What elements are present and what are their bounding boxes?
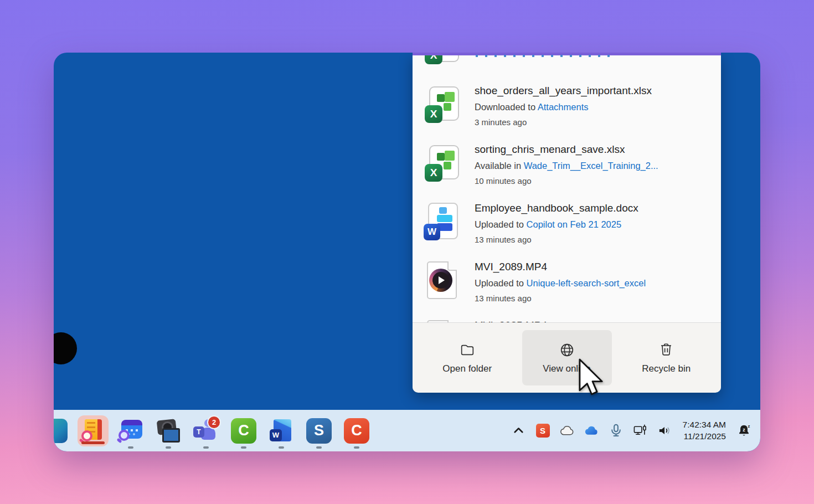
taskbar-teal-partial-app[interactable] — [54, 410, 74, 451]
svg-text:z: z — [743, 427, 745, 433]
svg-text:z: z — [748, 424, 750, 429]
globe-icon — [559, 342, 575, 358]
file-timestamp: 10 minutes ago — [475, 174, 715, 188]
recycle-bin-button[interactable]: Recycle bin — [621, 330, 711, 385]
taskbar: T2CWSC S 7:42:34 AM 11/21/2025 zz — [54, 410, 760, 451]
window-search-app-icon — [118, 418, 143, 444]
snagit-app-icon: S — [306, 418, 332, 444]
running-indicator — [128, 446, 133, 449]
clock-time: 7:42:34 AM — [683, 419, 726, 431]
file-activity-item[interactable]: MVI_2089.MP4 Uploaded to Unique-left-sea… — [413, 254, 721, 312]
file-name: MVI_2085.MP4 — [475, 318, 715, 322]
flyout-action-label: Recycle bin — [642, 363, 691, 374]
clock-date: 11/21/2025 — [683, 431, 726, 443]
file-timestamp: 13 minutes ago — [475, 233, 715, 247]
word-file-icon: W — [421, 203, 461, 241]
file-name: Employee_handbook_sample.docx — [475, 200, 715, 216]
folder-icon — [459, 342, 476, 358]
chevron-up-icon[interactable] — [511, 423, 526, 438]
file-activity-item[interactable]: MVI_2085.MP4 — [413, 312, 721, 322]
onedrive-cloud-icon[interactable] — [584, 423, 599, 438]
taskbar-snagit-app[interactable]: S — [300, 410, 338, 451]
file-activity-item[interactable]: X 3 minutes ago — [413, 55, 721, 78]
display-device-icon[interactable] — [633, 423, 648, 438]
file-action-line: Uploaded to Copilot on Feb 21 2025 — [475, 216, 715, 233]
taskbar-teams-app[interactable]: T2 — [187, 410, 225, 451]
file-activity-item[interactable]: X shoe_orders_all_years_important.xlsx D… — [413, 78, 721, 136]
file-activity-item[interactable]: W Employee_handbook_sample.docx Uploaded… — [413, 195, 721, 254]
file-action-line: Downloaded to Attachments — [475, 99, 715, 115]
volume-icon[interactable] — [657, 423, 672, 438]
mouse-cursor — [578, 358, 606, 399]
file-location-link[interactable]: Attachments — [538, 102, 589, 112]
partial-circle-overlay — [54, 332, 77, 364]
onedrive-activity-flyout: X 3 minutes ago X shoe_orders_all_years_… — [413, 53, 721, 392]
notification-badge: 2 — [207, 415, 221, 429]
teal-partial-app-icon — [54, 419, 68, 443]
file-timestamp: 13 minutes ago — [475, 291, 715, 306]
running-indicator — [203, 446, 209, 449]
taskbar-camtasia-red-app[interactable]: C — [338, 410, 375, 451]
camtasia-red-app-icon: C — [344, 418, 369, 444]
file-location-link[interactable]: Unique-left-search-sort_excel — [527, 278, 646, 288]
camtasia-green-app-icon: C — [231, 418, 256, 444]
running-indicator — [354, 446, 359, 449]
cloud-outline-icon[interactable] — [560, 423, 575, 438]
flyout-action-label: Open folder — [442, 363, 492, 374]
system-tray: S 7:42:34 AM 11/21/2025 zz — [511, 410, 751, 451]
file-location-link[interactable]: Wade_Trim__Excel_Training_2... — [524, 161, 658, 171]
file-location-link[interactable]: Copilot on Feb 21 2025 — [527, 219, 622, 229]
taskbar-app-icons: T2CWSC — [54, 410, 375, 451]
excel-file-icon: X — [421, 144, 461, 183]
taskbar-camera-app[interactable] — [150, 410, 187, 451]
taskbar-word-app[interactable]: W — [262, 410, 300, 451]
file-activity-item[interactable]: X sorting_chris_menard_save.xlsx Availab… — [413, 136, 721, 195]
file-action-line: Uploaded to Unique-left-search-sort_exce… — [475, 275, 715, 291]
taskbar-window-search-app[interactable] — [112, 410, 150, 451]
screenshot-frame: X 3 minutes ago X shoe_orders_all_years_… — [54, 53, 760, 451]
file-timestamp: 3 minutes ago — [475, 115, 715, 130]
open-folder-button[interactable]: Open folder — [423, 330, 512, 385]
flyout-action-bar: Open folder View online Recycle bin — [413, 322, 721, 393]
file-name: shoe_orders_all_years_important.xlsx — [475, 83, 715, 99]
microphone-icon[interactable] — [609, 423, 624, 438]
document-search-app-icon — [78, 415, 109, 446]
file-name: sorting_chris_menard_save.xlsx — [475, 142, 715, 157]
snagit-tray-icon[interactable]: S — [535, 423, 550, 438]
excel-file-icon: X — [421, 55, 461, 65]
file-name: MVI_2089.MP4 — [475, 259, 715, 275]
file-activity-list: X 3 minutes ago X shoe_orders_all_years_… — [413, 55, 721, 322]
clock[interactable]: 7:42:34 AM 11/21/2025 — [682, 419, 727, 443]
word-app-icon: W — [269, 418, 294, 444]
taskbar-camtasia-green-app[interactable]: C — [225, 410, 262, 451]
running-indicator — [166, 446, 171, 449]
trash-icon — [658, 342, 674, 358]
taskbar-document-search-app[interactable] — [74, 410, 112, 451]
camera-app-icon — [155, 418, 182, 444]
running-indicator — [241, 446, 246, 449]
notification-bell-icon[interactable]: zz — [736, 423, 751, 438]
excel-file-icon: X — [421, 85, 461, 124]
video-file-icon — [421, 261, 461, 300]
teams-app-icon: T2 — [192, 418, 220, 444]
running-indicator — [279, 446, 284, 449]
running-indicator — [316, 446, 322, 449]
file-action-line: Available in Wade_Trim__Excel_Training_2… — [475, 157, 715, 174]
